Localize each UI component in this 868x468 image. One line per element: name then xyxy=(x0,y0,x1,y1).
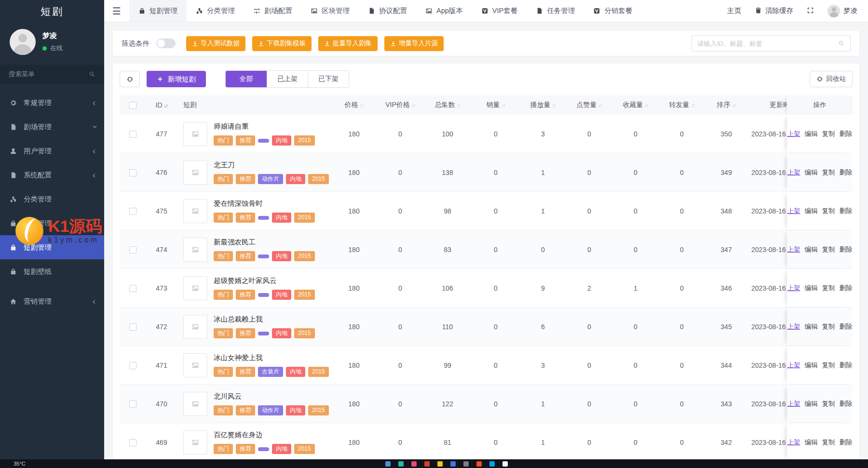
filter-toggle[interactable] xyxy=(156,39,176,48)
row-checkbox[interactable] xyxy=(129,401,136,408)
column-header[interactable]: 收藏量↓↑ xyxy=(612,101,659,109)
thumbnail[interactable] xyxy=(183,353,207,377)
taskbar-app-icon[interactable] xyxy=(502,461,508,467)
sort-icon[interactable]: ↓↑ xyxy=(645,102,649,108)
drama-title[interactable]: 冰山总裁赖上我 xyxy=(214,315,315,324)
nav-tab[interactable]: 剧场配置 xyxy=(244,0,301,22)
sort-icon[interactable]: ↓↑ xyxy=(732,102,736,108)
row-checkbox[interactable] xyxy=(129,131,136,138)
action-copy[interactable]: 复制 xyxy=(822,168,835,177)
action-delete[interactable]: 删除 xyxy=(840,361,853,370)
taskbar-app-icon[interactable] xyxy=(398,461,404,467)
thumbnail[interactable] xyxy=(183,392,207,416)
sort-icon[interactable]: ↓↑ xyxy=(457,102,461,108)
action-onshelf[interactable]: 上架 xyxy=(787,168,800,177)
column-header[interactable]: 点赞量↓↑ xyxy=(566,101,612,109)
action-edit[interactable]: 编辑 xyxy=(805,207,818,215)
drama-title[interactable]: 北川风云 xyxy=(214,392,329,401)
action-delete[interactable]: 删除 xyxy=(840,400,853,408)
sidebar-item[interactable]: 常规管理‹ xyxy=(0,91,104,115)
sort-icon[interactable]: ↓↑ xyxy=(360,102,364,108)
status-tab[interactable]: 已下架 xyxy=(308,71,349,87)
action-onshelf[interactable]: 上架 xyxy=(787,438,800,447)
row-checkbox[interactable] xyxy=(129,323,136,331)
action-edit[interactable]: 编辑 xyxy=(805,168,818,177)
nav-tab[interactable]: 短剧管理 xyxy=(129,0,187,22)
nav-tab[interactable]: App版本 xyxy=(416,0,472,22)
home-link[interactable]: 主页 xyxy=(724,6,741,15)
action-copy[interactable]: 复制 xyxy=(822,400,835,408)
row-checkbox[interactable] xyxy=(129,246,136,254)
select-all-checkbox[interactable] xyxy=(129,102,136,109)
taskbar-app-icon[interactable] xyxy=(476,461,482,467)
drama-title[interactable]: 爱在情深蚀骨时 xyxy=(214,199,315,208)
import-export-button[interactable]: 下载剧集模板 xyxy=(252,36,312,51)
action-delete[interactable]: 删除 xyxy=(840,168,853,177)
sort-icon[interactable]: ↓↑ xyxy=(691,102,695,108)
action-onshelf[interactable]: 上架 xyxy=(787,245,800,254)
user-avatar[interactable] xyxy=(10,29,36,55)
drama-title[interactable]: 师娘请自重 xyxy=(214,122,315,131)
action-edit[interactable]: 编辑 xyxy=(805,284,818,293)
nav-tab[interactable]: 任务管理 xyxy=(527,0,584,22)
action-copy[interactable]: 复制 xyxy=(822,438,835,447)
thumbnail[interactable] xyxy=(183,160,207,185)
row-checkbox[interactable] xyxy=(129,169,136,176)
nav-tab[interactable]: VIP套餐 xyxy=(472,0,527,22)
action-onshelf[interactable]: 上架 xyxy=(787,322,800,331)
import-export-button[interactable]: 增量导入片源 xyxy=(384,36,444,51)
status-tab[interactable]: 全部 xyxy=(226,71,267,87)
action-edit[interactable]: 编辑 xyxy=(805,361,818,370)
action-copy[interactable]: 复制 xyxy=(822,245,835,254)
thumbnail[interactable] xyxy=(183,430,207,455)
drama-title[interactable]: 新最强农民工 xyxy=(214,238,315,247)
action-onshelf[interactable]: 上架 xyxy=(787,400,800,408)
action-delete[interactable]: 删除 xyxy=(840,438,853,447)
sort-icon[interactable]: ↓↑ xyxy=(164,103,168,108)
sidebar-item[interactable]: 系统配置‹ xyxy=(0,163,104,187)
sort-icon[interactable]: ↓↑ xyxy=(502,102,505,108)
thumbnail[interactable] xyxy=(183,276,207,300)
drama-title[interactable]: 北王刀 xyxy=(214,160,329,170)
action-onshelf[interactable]: 上架 xyxy=(787,361,800,370)
nav-tab[interactable]: 协议配置 xyxy=(359,0,416,22)
thumbnail[interactable] xyxy=(183,199,207,223)
sidebar-search-input[interactable]: 搜索菜单 xyxy=(0,65,104,84)
action-onshelf[interactable]: 上架 xyxy=(787,284,800,293)
action-delete[interactable]: 删除 xyxy=(840,130,853,138)
sidebar-item[interactable]: 短剧管理‹ xyxy=(0,211,104,235)
nav-tab[interactable]: 分销套餐 xyxy=(584,0,641,22)
os-taskbar[interactable]: 35°C xyxy=(0,459,868,468)
column-header[interactable]: 总集数↓↑ xyxy=(423,101,472,109)
sidebar-item[interactable]: 短剧管理 xyxy=(0,235,104,259)
action-edit[interactable]: 编辑 xyxy=(805,130,818,138)
action-copy[interactable]: 复制 xyxy=(822,130,835,138)
sidebar-item[interactable]: 短剧壁纸 xyxy=(0,259,104,283)
taskbar-app-icon[interactable] xyxy=(385,461,391,467)
refresh-button[interactable] xyxy=(120,71,140,87)
user-menu[interactable]: 梦凌 xyxy=(827,5,857,17)
action-delete[interactable]: 删除 xyxy=(840,322,853,331)
action-edit[interactable]: 编辑 xyxy=(805,400,818,408)
hamburger-menu-icon[interactable]: ☰ xyxy=(104,0,129,22)
taskbar-app-icon[interactable] xyxy=(489,461,495,467)
action-delete[interactable]: 删除 xyxy=(840,245,853,254)
column-header[interactable]: 转发量↓↑ xyxy=(659,101,705,109)
row-checkbox[interactable] xyxy=(129,362,136,369)
clear-cache-button[interactable]: 清除缓存 xyxy=(755,6,793,15)
action-delete[interactable]: 删除 xyxy=(840,284,853,293)
recycle-bin-button[interactable]: 回收站 xyxy=(810,71,853,87)
drama-title[interactable]: 百亿赘婿在身边 xyxy=(214,430,315,440)
fullscreen-button[interactable] xyxy=(807,7,814,15)
sidebar-item[interactable]: 营销管理‹ xyxy=(0,289,104,313)
taskbar-app-icon[interactable] xyxy=(463,461,469,467)
row-checkbox[interactable] xyxy=(129,439,136,446)
column-header[interactable]: 销量↓↑ xyxy=(472,101,520,109)
column-header[interactable]: 排序↓↑ xyxy=(705,101,747,109)
row-checkbox[interactable] xyxy=(129,285,136,292)
taskbar-app-icon[interactable] xyxy=(424,461,430,467)
taskbar-app-icon[interactable] xyxy=(437,461,443,467)
import-export-button[interactable]: 导入测试数据 xyxy=(186,36,245,51)
action-edit[interactable]: 编辑 xyxy=(805,438,818,447)
action-delete[interactable]: 删除 xyxy=(840,207,853,215)
